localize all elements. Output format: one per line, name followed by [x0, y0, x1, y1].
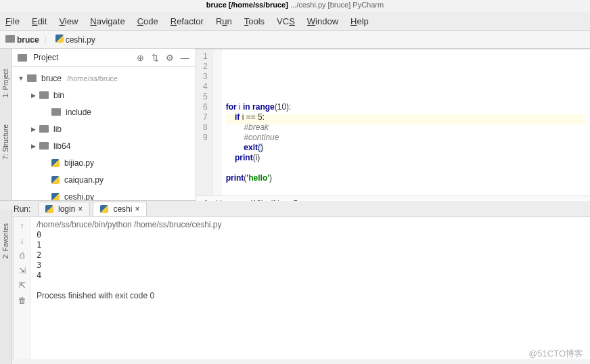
folder-icon — [39, 125, 49, 133]
run-tab-login[interactable]: login × — [38, 202, 90, 216]
locate-icon[interactable]: ⊕ — [135, 52, 145, 63]
project-panel-title: Project — [33, 53, 131, 62]
fold-column — [212, 49, 222, 196]
window-title: bruce [/home/ss/bruce] .../ceshi.py [bru… — [0, 0, 590, 12]
menu-help[interactable]: Help — [350, 16, 369, 26]
breadcrumb-file[interactable]: ceshi.py — [55, 35, 95, 45]
project-panel-header: Project ⊕ ⇅ ⚙ — — [12, 49, 196, 67]
folder-icon — [18, 54, 27, 62]
down-icon[interactable]: ↓ — [20, 236, 24, 246]
tree-bin[interactable]: ▶bin — [12, 87, 196, 104]
python-icon — [100, 205, 108, 213]
project-tree: ▼bruce/home/ss/bruce▶bininclude▶lib▶lib6… — [12, 67, 196, 200]
menu-tools[interactable]: Tools — [244, 16, 265, 26]
menu-navigate[interactable]: Navigate — [90, 16, 124, 26]
import-icon[interactable]: ⇱ — [19, 281, 26, 290]
menu-run[interactable]: Run — [216, 16, 232, 26]
collapse-icon[interactable]: ⇅ — [150, 52, 160, 63]
gutter: 123456789 — [196, 49, 212, 196]
run-label: Run: — [14, 204, 38, 214]
left-tool-strip: 1: Project 7: Structure — [0, 49, 12, 200]
tree-caiquan-py[interactable]: caiquan.py — [12, 171, 196, 188]
project-panel: Project ⊕ ⇅ ⚙ — ▼bruce/home/ss/bruce▶bin… — [12, 49, 196, 200]
tree-bijiao-py[interactable]: bijiao.py — [12, 154, 196, 171]
menu-code[interactable]: Code — [137, 16, 158, 26]
menu-view[interactable]: View — [59, 16, 78, 26]
close-icon[interactable]: × — [78, 204, 83, 214]
watermark: @51CTO博客 — [528, 348, 583, 360]
breadcrumb: bruce 〉 ceshi.py — [0, 30, 590, 49]
trash-icon[interactable]: 🗑 — [18, 296, 26, 305]
menu-edit[interactable]: Edit — [32, 16, 47, 26]
run-tab-ceshi[interactable]: ceshi × — [93, 202, 147, 216]
folder-icon — [39, 142, 49, 150]
menu-vcs[interactable]: VCS — [277, 16, 295, 26]
close-icon[interactable]: × — [135, 204, 139, 214]
run-header: Run: login ×ceshi × — [0, 201, 590, 217]
tree-include[interactable]: include — [12, 104, 196, 120]
code-text[interactable]: for i in range(10): if i == 5: #break #c… — [222, 49, 590, 196]
hide-icon[interactable]: — — [179, 52, 190, 63]
python-icon — [51, 176, 60, 184]
tree-ceshi-py[interactable]: ceshi.py — [12, 188, 196, 200]
console-output[interactable]: /home/ss/bruce/bin/python /home/ss/bruce… — [31, 217, 590, 359]
menu-refactor[interactable]: Refactor — [171, 16, 204, 26]
editor: caiquan.py×runyue.py×bijiao.py×day.py×nu… — [196, 49, 590, 200]
tree-lib[interactable]: ▶lib — [12, 120, 196, 137]
python-icon — [51, 193, 60, 201]
code-area[interactable]: 123456789 for i in range(10): if i == 5:… — [196, 49, 590, 196]
print-icon[interactable]: ⎙ — [20, 251, 24, 260]
menu-file[interactable]: File — [5, 16, 20, 26]
folder-icon — [51, 108, 61, 116]
menu-bar: FileEditViewNavigateCodeRefactorRunTools… — [0, 12, 590, 30]
side-tab-favorites[interactable]: 2: Favorites — [2, 223, 9, 258]
breadcrumb-root[interactable]: bruce — [5, 35, 39, 45]
up-icon[interactable]: ↑ — [20, 221, 24, 231]
python-icon — [45, 205, 53, 213]
tree-bruce[interactable]: ▼bruce/home/ss/bruce — [12, 70, 196, 87]
menu-window[interactable]: Window — [307, 16, 338, 26]
tree-lib64[interactable]: ▶lib64 — [12, 137, 196, 154]
side-tab-project[interactable]: 1: Project — [2, 69, 9, 97]
gear-icon[interactable]: ⚙ — [164, 52, 175, 63]
export-icon[interactable]: ⇲ — [19, 266, 26, 275]
left-tool-strip-lower: 2: Favorites — [0, 210, 12, 364]
python-icon — [51, 159, 60, 167]
run-toolbar-secondary: ↑ ↓ ⎙ ⇲ ⇱ 🗑 — [14, 217, 31, 359]
run-panel: Run: login ×ceshi × ⤓ 📌 ↑ ↓ ⎙ ⇲ ⇱ 🗑 /hom… — [0, 200, 590, 359]
folder-icon — [39, 91, 49, 99]
breadcrumb-sep: 〉 — [43, 34, 51, 45]
folder-icon — [27, 74, 37, 82]
side-tab-structure[interactable]: 7: Structure — [2, 124, 9, 160]
